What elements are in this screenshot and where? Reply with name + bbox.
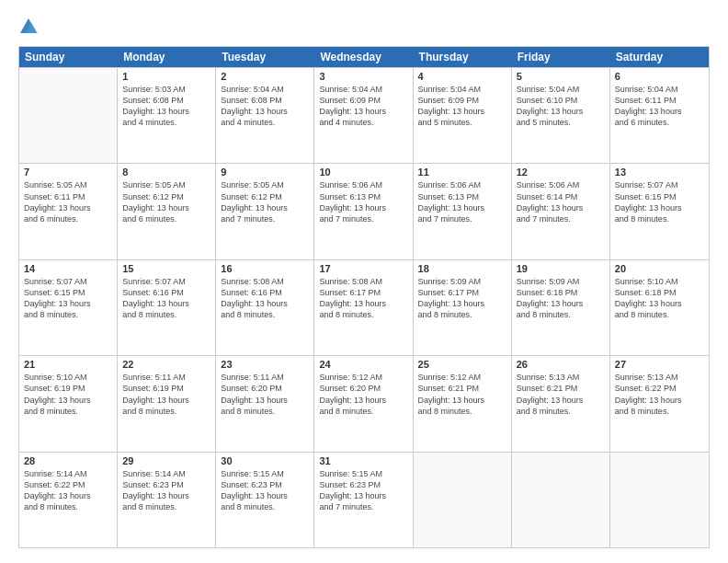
day-info: Sunrise: 5:05 AM Sunset: 6:11 PM Dayligh… <box>24 179 112 224</box>
day-info: Sunrise: 5:11 AM Sunset: 6:19 PM Dayligh… <box>122 372 210 417</box>
calendar-week-row: 14Sunrise: 5:07 AM Sunset: 6:15 PM Dayli… <box>19 259 709 355</box>
day-info: Sunrise: 5:04 AM Sunset: 6:10 PM Dayligh… <box>517 84 605 129</box>
calendar-cell <box>19 68 118 163</box>
day-number: 24 <box>319 359 407 370</box>
calendar-week-row: 7Sunrise: 5:05 AM Sunset: 6:11 PM Daylig… <box>19 163 709 259</box>
day-info: Sunrise: 5:07 AM Sunset: 6:16 PM Dayligh… <box>122 276 210 321</box>
day-info: Sunrise: 5:10 AM Sunset: 6:19 PM Dayligh… <box>24 372 112 417</box>
calendar-cell: 31Sunrise: 5:15 AM Sunset: 6:23 PM Dayli… <box>314 453 413 547</box>
day-number: 16 <box>221 263 309 274</box>
day-info: Sunrise: 5:14 AM Sunset: 6:23 PM Dayligh… <box>122 468 210 513</box>
cal-header-day: Sunday <box>19 47 118 67</box>
day-number: 26 <box>517 359 605 370</box>
calendar-cell: 13Sunrise: 5:07 AM Sunset: 6:15 PM Dayli… <box>610 164 709 259</box>
calendar-cell: 7Sunrise: 5:05 AM Sunset: 6:11 PM Daylig… <box>19 164 118 259</box>
calendar-cell: 22Sunrise: 5:11 AM Sunset: 6:19 PM Dayli… <box>118 356 216 451</box>
calendar-cell: 17Sunrise: 5:08 AM Sunset: 6:17 PM Dayli… <box>314 260 413 355</box>
calendar-body: 1Sunrise: 5:03 AM Sunset: 6:08 PM Daylig… <box>19 67 709 547</box>
calendar-cell: 15Sunrise: 5:07 AM Sunset: 6:16 PM Dayli… <box>118 260 216 355</box>
day-number: 31 <box>319 455 407 466</box>
day-number: 18 <box>418 263 506 274</box>
calendar-cell <box>414 453 512 547</box>
calendar-cell: 19Sunrise: 5:09 AM Sunset: 6:18 PM Dayli… <box>512 260 610 355</box>
calendar-cell <box>512 453 610 547</box>
day-info: Sunrise: 5:10 AM Sunset: 6:18 PM Dayligh… <box>615 276 704 321</box>
calendar-cell: 24Sunrise: 5:12 AM Sunset: 6:20 PM Dayli… <box>314 356 413 451</box>
calendar-cell: 14Sunrise: 5:07 AM Sunset: 6:15 PM Dayli… <box>19 260 118 355</box>
day-info: Sunrise: 5:06 AM Sunset: 6:13 PM Dayligh… <box>319 179 407 224</box>
day-info: Sunrise: 5:13 AM Sunset: 6:21 PM Dayligh… <box>517 372 605 417</box>
calendar-cell: 5Sunrise: 5:04 AM Sunset: 6:10 PM Daylig… <box>512 68 610 163</box>
calendar-cell: 29Sunrise: 5:14 AM Sunset: 6:23 PM Dayli… <box>118 453 216 547</box>
day-number: 7 <box>24 167 112 178</box>
day-number: 4 <box>418 71 506 82</box>
calendar-cell: 10Sunrise: 5:06 AM Sunset: 6:13 PM Dayli… <box>314 164 413 259</box>
calendar-cell: 9Sunrise: 5:05 AM Sunset: 6:12 PM Daylig… <box>216 164 314 259</box>
day-number: 2 <box>221 71 309 82</box>
calendar-cell: 1Sunrise: 5:03 AM Sunset: 6:08 PM Daylig… <box>118 68 216 163</box>
calendar: SundayMondayTuesdayWednesdayThursdayFrid… <box>18 46 710 548</box>
calendar-cell: 8Sunrise: 5:05 AM Sunset: 6:12 PM Daylig… <box>118 164 216 259</box>
day-number: 11 <box>418 167 506 178</box>
day-info: Sunrise: 5:07 AM Sunset: 6:15 PM Dayligh… <box>24 276 112 321</box>
calendar-cell: 18Sunrise: 5:09 AM Sunset: 6:17 PM Dayli… <box>414 260 512 355</box>
day-info: Sunrise: 5:08 AM Sunset: 6:17 PM Dayligh… <box>319 276 407 321</box>
day-number: 28 <box>24 455 112 466</box>
day-info: Sunrise: 5:09 AM Sunset: 6:18 PM Dayligh… <box>517 276 605 321</box>
day-info: Sunrise: 5:11 AM Sunset: 6:20 PM Dayligh… <box>221 372 309 417</box>
day-number: 19 <box>517 263 605 274</box>
cal-header-day: Thursday <box>414 47 512 67</box>
calendar-week-row: 1Sunrise: 5:03 AM Sunset: 6:08 PM Daylig… <box>19 67 709 163</box>
calendar-cell: 16Sunrise: 5:08 AM Sunset: 6:16 PM Dayli… <box>216 260 314 355</box>
day-number: 14 <box>24 263 112 274</box>
day-number: 8 <box>122 167 210 178</box>
day-number: 1 <box>122 71 210 82</box>
cal-header-day: Saturday <box>610 47 709 67</box>
calendar-cell: 25Sunrise: 5:12 AM Sunset: 6:21 PM Dayli… <box>414 356 512 451</box>
day-info: Sunrise: 5:09 AM Sunset: 6:17 PM Dayligh… <box>418 276 506 321</box>
day-number: 6 <box>615 71 704 82</box>
calendar-cell: 26Sunrise: 5:13 AM Sunset: 6:21 PM Dayli… <box>512 356 610 451</box>
day-number: 13 <box>615 167 704 178</box>
day-info: Sunrise: 5:08 AM Sunset: 6:16 PM Dayligh… <box>221 276 309 321</box>
day-number: 27 <box>615 359 704 370</box>
day-info: Sunrise: 5:04 AM Sunset: 6:08 PM Dayligh… <box>221 84 309 129</box>
calendar-cell: 21Sunrise: 5:10 AM Sunset: 6:19 PM Dayli… <box>19 356 118 451</box>
calendar-cell <box>610 453 709 547</box>
cal-header-day: Friday <box>512 47 610 67</box>
calendar-cell: 23Sunrise: 5:11 AM Sunset: 6:20 PM Dayli… <box>216 356 314 451</box>
day-info: Sunrise: 5:05 AM Sunset: 6:12 PM Dayligh… <box>221 179 309 224</box>
calendar-cell: 28Sunrise: 5:14 AM Sunset: 6:22 PM Dayli… <box>19 453 118 547</box>
day-number: 15 <box>122 263 210 274</box>
cal-header-day: Wednesday <box>314 47 413 67</box>
cal-header-day: Monday <box>118 47 216 67</box>
day-info: Sunrise: 5:06 AM Sunset: 6:14 PM Dayligh… <box>517 179 605 224</box>
day-info: Sunrise: 5:12 AM Sunset: 6:21 PM Dayligh… <box>418 372 506 417</box>
day-info: Sunrise: 5:13 AM Sunset: 6:22 PM Dayligh… <box>615 372 704 417</box>
day-number: 17 <box>319 263 407 274</box>
day-info: Sunrise: 5:07 AM Sunset: 6:15 PM Dayligh… <box>615 179 704 224</box>
calendar-cell: 12Sunrise: 5:06 AM Sunset: 6:14 PM Dayli… <box>512 164 610 259</box>
day-info: Sunrise: 5:15 AM Sunset: 6:23 PM Dayligh… <box>221 468 309 513</box>
day-number: 9 <box>221 167 309 178</box>
day-number: 23 <box>221 359 309 370</box>
day-number: 10 <box>319 167 407 178</box>
day-number: 25 <box>418 359 506 370</box>
day-number: 5 <box>517 71 605 82</box>
logo <box>18 15 42 37</box>
calendar-cell: 4Sunrise: 5:04 AM Sunset: 6:09 PM Daylig… <box>414 68 512 163</box>
header <box>18 15 710 37</box>
calendar-week-row: 21Sunrise: 5:10 AM Sunset: 6:19 PM Dayli… <box>19 355 709 451</box>
day-info: Sunrise: 5:15 AM Sunset: 6:23 PM Dayligh… <box>319 468 407 513</box>
cal-header-day: Tuesday <box>216 47 314 67</box>
day-info: Sunrise: 5:05 AM Sunset: 6:12 PM Dayligh… <box>122 179 210 224</box>
calendar-cell: 11Sunrise: 5:06 AM Sunset: 6:13 PM Dayli… <box>414 164 512 259</box>
day-number: 29 <box>122 455 210 466</box>
logo-icon <box>18 17 39 37</box>
day-info: Sunrise: 5:03 AM Sunset: 6:08 PM Dayligh… <box>122 84 210 129</box>
day-number: 12 <box>517 167 605 178</box>
day-info: Sunrise: 5:04 AM Sunset: 6:11 PM Dayligh… <box>615 84 704 129</box>
day-info: Sunrise: 5:04 AM Sunset: 6:09 PM Dayligh… <box>418 84 506 129</box>
day-number: 20 <box>615 263 704 274</box>
calendar-cell: 27Sunrise: 5:13 AM Sunset: 6:22 PM Dayli… <box>610 356 709 451</box>
